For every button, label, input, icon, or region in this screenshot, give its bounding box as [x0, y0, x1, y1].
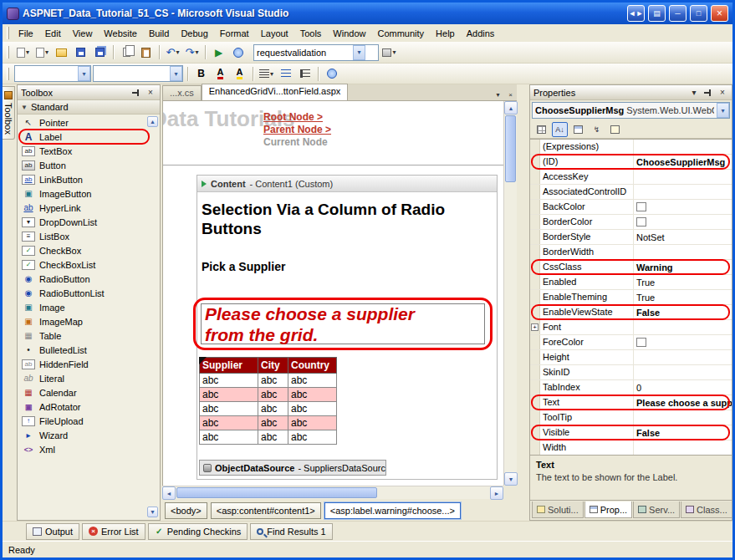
smart-tag-icon[interactable] [199, 357, 207, 364]
toolbox-item-xml[interactable]: <>Xml [18, 442, 160, 456]
properties-pin-icon[interactable] [702, 87, 714, 98]
toolbox-item-textbox[interactable]: abTextBox [18, 144, 160, 158]
toolbox-title-bar[interactable]: Toolbox × [18, 85, 160, 100]
tab-output[interactable]: Output [26, 523, 79, 540]
property-value[interactable] [634, 410, 732, 425]
property-value[interactable] [634, 320, 732, 334]
menu-debug[interactable]: Debug [175, 26, 213, 41]
property-value[interactable] [634, 335, 732, 349]
property-name[interactable]: (ID) [540, 155, 634, 169]
highlight-button[interactable]: A [231, 65, 248, 83]
property-row-tooltip[interactable]: ToolTip [530, 410, 732, 425]
property-name[interactable]: AssociatedControlID [540, 185, 634, 199]
toolbox-item-listbox[interactable]: ≡ListBox [18, 229, 160, 243]
close-button[interactable]: × [711, 5, 728, 22]
property-name[interactable]: EnableTheming [540, 290, 634, 304]
property-name[interactable]: Visible [540, 425, 634, 440]
property-name[interactable]: Height [540, 350, 634, 364]
design-surface[interactable]: Data Tutorials Root Node > Parent Node >… [162, 101, 503, 486]
toolbox-item-checkbox[interactable]: ✓CheckBox [18, 243, 160, 257]
toolbox-item-linkbutton[interactable]: abLinkButton [18, 172, 160, 186]
property-name[interactable]: Text [540, 395, 634, 410]
toolbox-item-hiddenfield[interactable]: abHiddenField [18, 357, 160, 371]
property-value[interactable]: True [634, 275, 732, 289]
property-value[interactable] [634, 200, 732, 214]
style-combo-dropdown-icon[interactable]: ▾ [78, 66, 90, 81]
expand-icon[interactable]: + [531, 323, 538, 331]
property-row-borderwidth[interactable]: BorderWidth [530, 245, 732, 260]
toolbox-item-radiobuttonlist[interactable]: ◉RadioButtonList [18, 286, 160, 300]
property-row-text[interactable]: TextPlease choose a suppli [530, 395, 732, 410]
tab-find-results[interactable]: Find Results 1 [250, 523, 332, 540]
property-name[interactable]: EnableViewState [540, 305, 634, 319]
find-options-button[interactable]: ▾ [380, 43, 398, 61]
property-value[interactable] [634, 350, 732, 364]
property-name[interactable]: BorderColor [540, 215, 634, 229]
toolbox-section-standard[interactable]: ▼ Standard [18, 100, 160, 115]
categorized-button[interactable] [533, 122, 549, 137]
breadcrumb-root-node[interactable]: Root Node > [263, 111, 331, 124]
save-all-button[interactable] [91, 43, 109, 61]
alignment-button[interactable]: ▾ [258, 65, 275, 83]
suppliers-gridview[interactable]: Supplier City Country abcabcabc abcabcab… [199, 357, 337, 445]
toolbox-item-checkboxlist[interactable]: ✓CheckBoxList [18, 257, 160, 272]
property-name[interactable]: AccessKey [540, 170, 634, 184]
numbered-list-button[interactable] [277, 65, 294, 83]
toolbox-item-literal[interactable]: abLiteral [18, 371, 160, 385]
breadcrumb-parent-node[interactable]: Parent Node > [263, 124, 331, 136]
property-name[interactable]: Enabled [540, 275, 634, 289]
tab-error-list[interactable]: ×Error List [82, 523, 145, 540]
toolbox-item-pointer[interactable]: ↖Pointer [18, 115, 160, 130]
property-row-tabindex[interactable]: TabIndex0 [530, 380, 732, 395]
new-project-button[interactable]: ▾ [14, 43, 32, 61]
tab-code-file[interactable]: ...x.cs [162, 85, 202, 100]
title-panel-button[interactable]: ▤ [648, 5, 666, 22]
toolbox-item-wizard[interactable]: ▸Wizard [18, 428, 160, 442]
toolbox-item-adrotator[interactable]: ▣AdRotator [18, 400, 160, 414]
toolbox-item-hyperlink[interactable]: abHyperLink [18, 201, 160, 215]
toolbox-item-bulletedlist[interactable]: •BulletedList [18, 343, 160, 357]
toolbox-item-label[interactable]: ALabel [18, 130, 160, 144]
properties-view-button[interactable] [570, 122, 586, 137]
property-name[interactable]: BorderWidth [540, 245, 634, 259]
tab-class-view[interactable]: Class... [681, 501, 732, 518]
title-bar[interactable]: ASPNET_Data_Tutorial_51_CS - Microsoft V… [3, 3, 732, 24]
property-name[interactable]: CssClass [540, 260, 634, 274]
property-name[interactable]: SkinID [540, 365, 634, 379]
copy-button[interactable] [118, 43, 135, 61]
menu-view[interactable]: View [67, 26, 99, 41]
alphabetical-button[interactable]: A↓ [552, 122, 568, 137]
property-row-enabletheming[interactable]: EnableThemingTrue [530, 290, 732, 305]
property-value[interactable] [634, 170, 732, 184]
property-row-associatedcontrolid[interactable]: AssociatedControlID [530, 185, 732, 200]
property-row-expressions[interactable]: (Expressions) [530, 140, 732, 155]
find-combo-dropdown-icon[interactable]: ▾ [353, 45, 365, 60]
menu-community[interactable]: Community [371, 26, 430, 41]
scroll-down-icon[interactable]: ▼ [504, 472, 518, 486]
browse-button[interactable] [229, 43, 247, 61]
scroll-right-icon[interactable]: ► [490, 486, 503, 500]
property-name[interactable]: ToolTip [540, 410, 634, 425]
vertical-scroll-thumb[interactable] [505, 115, 516, 182]
open-file-button[interactable] [53, 43, 70, 61]
tag-asp-content[interactable]: <asp:content#content1> [211, 502, 321, 519]
tab-designer-file[interactable]: EnhancedGridVi...ttonField.aspx [202, 84, 349, 100]
property-name[interactable]: ForeColor [540, 335, 634, 349]
tab-solution-explorer[interactable]: Soluti... [532, 501, 584, 518]
object-combo-dropdown-icon[interactable]: ▾ [717, 103, 729, 118]
toolbox-close-icon[interactable]: × [145, 87, 156, 98]
property-row-backcolor[interactable]: BackColor [530, 200, 732, 215]
menu-layout[interactable]: Layout [255, 26, 294, 41]
toolbox-pin-icon[interactable] [130, 87, 142, 98]
toolbox-item-image[interactable]: ▣Image [18, 300, 160, 314]
property-value[interactable] [634, 140, 732, 154]
design-vertical-scrollbar[interactable]: ▲ ▼ [503, 101, 517, 486]
menu-addins[interactable]: Addins [461, 26, 501, 41]
menu-gripper[interactable] [7, 27, 9, 39]
toolbar-gripper[interactable] [7, 46, 9, 59]
properties-menu-icon[interactable]: ▾ [688, 87, 700, 98]
property-row-height[interactable]: Height [530, 350, 732, 365]
property-value[interactable]: True [634, 290, 732, 304]
font-color-button[interactable]: A [212, 65, 229, 83]
tab-close-icon[interactable]: × [504, 89, 517, 100]
